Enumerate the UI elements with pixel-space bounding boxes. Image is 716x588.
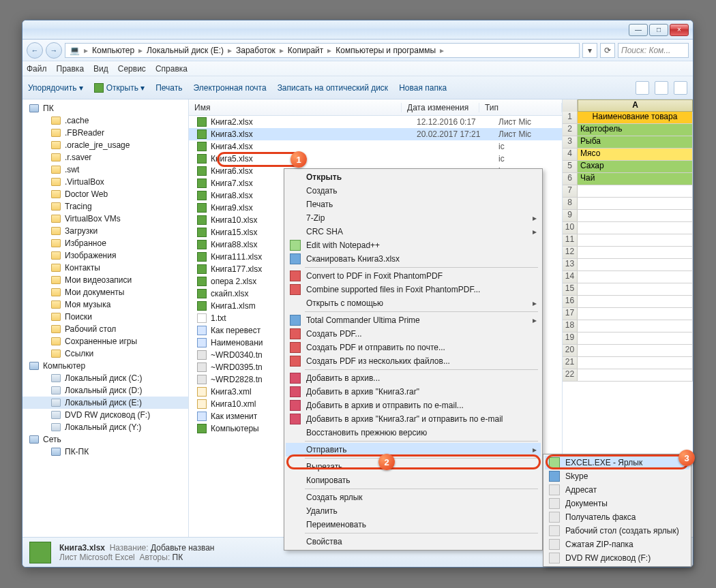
context-menu-item[interactable]: 7-Zip — [286, 211, 541, 225]
submenu-item[interactable]: Документы — [545, 497, 689, 510]
context-menu-item[interactable]: Создать PDF и отправить по почте... — [286, 341, 541, 354]
context-menu-item[interactable]: Копировать — [286, 474, 541, 487]
organize-button[interactable]: Упорядочить ▾ — [28, 83, 83, 93]
tree-item[interactable]: ПК — [23, 102, 188, 114]
file-row[interactable]: Книга4.xlsxic — [189, 140, 562, 153]
submenu-item[interactable]: Получатель факса — [545, 510, 689, 524]
breadcrumb-segment[interactable]: Копирайт — [286, 46, 325, 55]
context-menu-item[interactable]: Создать ярлык — [286, 491, 541, 504]
tree-item[interactable]: .swt — [23, 164, 188, 176]
folder-tree[interactable]: ПК.cache.FBReader.oracle_jre_usage.r.sav… — [23, 99, 189, 537]
submenu-item[interactable]: Рабочий стол (создать ярлык) — [545, 524, 689, 538]
send-to-submenu[interactable]: EXCEL.EXE - ЯрлыкSkypeАдресатДокументыПо… — [543, 454, 691, 567]
menu-item[interactable]: Сервис — [118, 64, 146, 74]
context-menu-item[interactable]: Convert to PDF in Foxit PhantomPDF — [286, 269, 541, 283]
disk-icon — [51, 374, 61, 382]
search-input[interactable]: Поиск: Ком... — [618, 43, 689, 58]
context-menu-item[interactable]: Создать — [286, 184, 541, 198]
context-menu-item[interactable]: Открыть с помощью — [286, 296, 541, 310]
preview-pane-button[interactable] — [655, 81, 668, 95]
tree-item[interactable]: Контакты — [23, 262, 188, 274]
context-menu-item[interactable]: Добавить в архив "Книга3.rar" — [286, 385, 541, 399]
submenu-item[interactable]: Skype — [545, 469, 689, 483]
menu-item[interactable]: Правка — [57, 64, 85, 74]
back-button[interactable]: ← — [27, 42, 43, 59]
close-button[interactable]: × — [670, 24, 689, 36]
tree-item[interactable]: .FBReader — [23, 127, 188, 139]
context-menu-item[interactable]: Печать — [286, 198, 541, 211]
view-button[interactable] — [636, 81, 649, 95]
minimize-button[interactable]: — — [629, 24, 648, 36]
column-type[interactable]: Тип — [479, 103, 562, 112]
tree-item[interactable]: .r.saver — [23, 151, 188, 164]
file-row[interactable]: Книга2.xlsx12.12.2016 0:17Лист Mic — [189, 116, 562, 128]
tree-item[interactable]: Ссылки — [23, 347, 188, 360]
tree-item[interactable]: ПК-ПК — [23, 446, 188, 458]
tree-item[interactable]: Локальный диск (E:) — [23, 397, 188, 409]
breadcrumb-segment[interactable]: Заработок — [235, 46, 277, 55]
open-button[interactable]: Открыть ▾ — [94, 83, 145, 93]
context-menu-item[interactable]: Переименовать — [286, 518, 541, 531]
submenu-item[interactable]: DVD RW дисковод (F:) — [545, 551, 689, 565]
context-menu-item[interactable]: Восстановить прежнюю версию — [286, 426, 541, 439]
context-menu-item[interactable]: Сканировать Книга3.xlsx — [286, 252, 541, 266]
forward-button[interactable]: → — [46, 42, 62, 59]
burn-button[interactable]: Записать на оптический диск — [278, 83, 389, 93]
context-menu-item[interactable]: Свойства — [286, 535, 541, 548]
breadcrumb-segment[interactable]: Компьютер — [91, 46, 136, 55]
tree-item[interactable]: .VirtualBox — [23, 176, 188, 188]
menu-item[interactable]: Справка — [155, 64, 188, 74]
submenu-item[interactable]: Адресат — [545, 483, 689, 497]
tree-item[interactable]: Сеть — [23, 433, 188, 446]
email-button[interactable]: Электронная почта — [194, 83, 267, 93]
breadcrumb[interactable]: 💻▸Компьютер▸Локальный диск (E:)▸Заработо… — [65, 43, 580, 58]
context-menu-item[interactable]: Total Commander Ultima Prime — [286, 313, 541, 327]
context-menu-item[interactable]: Добавить в архив... — [286, 371, 541, 385]
menu-item[interactable]: Вид — [93, 64, 108, 74]
context-menu-item[interactable]: CRC SHA — [286, 225, 541, 238]
tree-item[interactable]: .cache — [23, 114, 188, 127]
column-headers[interactable]: Имя Дата изменения Тип — [189, 99, 562, 116]
print-button[interactable]: Печать — [155, 83, 182, 93]
preview-row: 21 — [563, 357, 693, 369]
tree-item[interactable]: Избранное — [23, 237, 188, 249]
breadcrumb-dropdown[interactable]: ▾ — [582, 43, 597, 58]
breadcrumb-segment[interactable]: Локальный диск (E:) — [145, 46, 225, 55]
tree-item[interactable]: Мои документы — [23, 286, 188, 298]
maximize-button[interactable]: □ — [649, 24, 668, 36]
refresh-button[interactable]: ⟳ — [600, 43, 615, 58]
tree-item[interactable]: Doctor Web — [23, 188, 188, 200]
tree-item[interactable]: Сохраненные игры — [23, 335, 188, 347]
submenu-item[interactable]: Сжатая ZIP-папка — [545, 538, 689, 551]
tree-item[interactable]: Мои видеозаписи — [23, 274, 188, 286]
context-menu-item[interactable]: Создать PDF из нескольких файлов... — [286, 354, 541, 368]
menu-item[interactable]: Файл — [27, 64, 47, 74]
column-date[interactable]: Дата изменения — [402, 103, 479, 112]
context-menu-item[interactable]: Создать PDF... — [286, 327, 541, 341]
help-button[interactable] — [674, 81, 687, 95]
breadcrumb-segment[interactable]: Компьютеры и программы — [334, 46, 437, 55]
context-menu[interactable]: ОткрытьСоздатьПечать7-ZipCRC SHAEdit wit… — [284, 168, 543, 551]
tree-item[interactable]: Локальный диск (Y:) — [23, 421, 188, 433]
context-menu-item[interactable]: Удалить — [286, 504, 541, 518]
tree-item[interactable]: Загрузки — [23, 225, 188, 237]
context-menu-item[interactable]: Combine supported files in Foxit Phantom… — [286, 283, 541, 296]
tree-item[interactable]: Компьютер — [23, 360, 188, 372]
tree-item[interactable]: .oracle_jre_usage — [23, 139, 188, 151]
context-menu-item[interactable]: Edit with Notepad++ — [286, 238, 541, 252]
tree-item[interactable]: Tracing — [23, 200, 188, 213]
context-menu-item[interactable]: Добавить в архив и отправить по e-mail..… — [286, 399, 541, 412]
context-menu-item[interactable]: Открыть — [286, 170, 541, 184]
file-row[interactable]: Книга3.xlsx20.02.2017 17:21Лист Mic — [189, 128, 562, 140]
column-name[interactable]: Имя — [189, 103, 402, 112]
tree-item[interactable]: Поиски — [23, 311, 188, 323]
tree-item[interactable]: Моя музыка — [23, 298, 188, 311]
tree-item[interactable]: Изображения — [23, 249, 188, 262]
tree-item[interactable]: Рабочий стол — [23, 323, 188, 335]
tree-item[interactable]: Локальный диск (C:) — [23, 372, 188, 384]
tree-item[interactable]: VirtualBox VMs — [23, 213, 188, 225]
context-menu-item[interactable]: Добавить в архив "Книга3.rar" и отправит… — [286, 412, 541, 426]
tree-item[interactable]: DVD RW дисковод (F:) — [23, 409, 188, 421]
tree-item[interactable]: Локальный диск (D:) — [23, 384, 188, 397]
newfolder-button[interactable]: Новая папка — [399, 83, 447, 93]
